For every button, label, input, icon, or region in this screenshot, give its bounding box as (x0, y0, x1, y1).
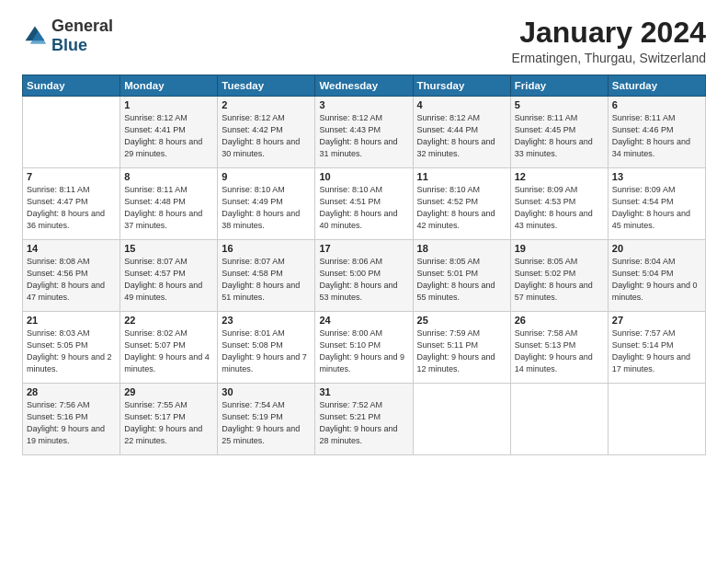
calendar-cell-w2d6: 20Sunrise: 8:04 AMSunset: 5:04 PMDayligh… (608, 240, 705, 312)
calendar-row-0: 1Sunrise: 8:12 AMSunset: 4:41 PMDaylight… (23, 97, 706, 168)
cell-info: Sunrise: 8:07 AMSunset: 4:58 PMDaylight:… (222, 256, 311, 304)
calendar-cell-w4d5 (510, 384, 608, 455)
day-number: 6 (612, 99, 701, 110)
calendar-cell-w2d2: 16Sunrise: 8:07 AMSunset: 4:58 PMDayligh… (218, 240, 315, 312)
cell-info: Sunrise: 7:59 AMSunset: 5:11 PMDaylight:… (417, 327, 506, 375)
calendar-cell-w2d1: 15Sunrise: 8:07 AMSunset: 4:57 PMDayligh… (120, 240, 218, 312)
cell-info: Sunrise: 8:11 AMSunset: 4:48 PMDaylight:… (124, 184, 213, 232)
cell-info: Sunrise: 8:10 AMSunset: 4:51 PMDaylight:… (319, 184, 408, 232)
cell-info: Sunrise: 8:05 AMSunset: 5:02 PMDaylight:… (515, 256, 604, 304)
cell-info: Sunrise: 8:01 AMSunset: 5:08 PMDaylight:… (222, 327, 311, 375)
cell-info: Sunrise: 7:54 AMSunset: 5:19 PMDaylight:… (222, 399, 311, 447)
cell-info: Sunrise: 7:52 AMSunset: 5:21 PMDaylight:… (319, 399, 408, 447)
header: General Blue January 2024 Ermatingen, Th… (22, 17, 706, 65)
day-number: 25 (417, 315, 506, 326)
calendar-cell-w3d1: 22Sunrise: 8:02 AMSunset: 5:07 PMDayligh… (120, 312, 218, 384)
cell-info: Sunrise: 8:09 AMSunset: 4:54 PMDaylight:… (612, 184, 701, 232)
calendar-cell-w4d6 (608, 384, 705, 455)
cell-info: Sunrise: 7:58 AMSunset: 5:13 PMDaylight:… (515, 327, 604, 375)
cell-info: Sunrise: 8:00 AMSunset: 5:10 PMDaylight:… (319, 327, 408, 375)
day-number: 2 (222, 99, 311, 110)
month-title: January 2024 (512, 17, 706, 49)
day-number: 4 (417, 99, 506, 110)
day-number: 23 (222, 315, 311, 326)
calendar-cell-w2d4: 18Sunrise: 8:05 AMSunset: 5:01 PMDayligh… (413, 240, 510, 312)
col-sunday: Sunday (23, 75, 120, 97)
logo-general-text: General (51, 17, 113, 35)
cell-info: Sunrise: 8:10 AMSunset: 4:49 PMDaylight:… (222, 184, 311, 232)
cell-info: Sunrise: 8:12 AMSunset: 4:43 PMDaylight:… (319, 112, 408, 160)
day-number: 11 (417, 171, 506, 182)
day-number: 31 (319, 386, 408, 397)
col-monday: Monday (120, 75, 218, 97)
day-number: 14 (27, 243, 116, 254)
cell-info: Sunrise: 8:12 AMSunset: 4:42 PMDaylight:… (222, 112, 311, 160)
cell-info: Sunrise: 8:07 AMSunset: 4:57 PMDaylight:… (124, 256, 213, 304)
calendar-row-4: 28Sunrise: 7:56 AMSunset: 5:16 PMDayligh… (23, 384, 706, 455)
calendar-cell-w1d6: 13Sunrise: 8:09 AMSunset: 4:54 PMDayligh… (608, 168, 705, 240)
day-number: 8 (124, 171, 213, 182)
day-number: 10 (319, 171, 408, 182)
location-title: Ermatingen, Thurgau, Switzerland (512, 51, 706, 65)
logo-icon (22, 23, 48, 49)
calendar-cell-w3d6: 27Sunrise: 7:57 AMSunset: 5:14 PMDayligh… (608, 312, 705, 384)
calendar-cell-w3d0: 21Sunrise: 8:03 AMSunset: 5:05 PMDayligh… (23, 312, 120, 384)
calendar-cell-w1d0: 7Sunrise: 8:11 AMSunset: 4:47 PMDaylight… (23, 168, 120, 240)
day-number: 21 (27, 315, 116, 326)
col-wednesday: Wednesday (315, 75, 413, 97)
cell-info: Sunrise: 8:08 AMSunset: 4:56 PMDaylight:… (27, 256, 116, 304)
cell-info: Sunrise: 8:05 AMSunset: 5:01 PMDaylight:… (417, 256, 506, 304)
day-number: 27 (612, 315, 701, 326)
cell-info: Sunrise: 8:09 AMSunset: 4:53 PMDaylight:… (515, 184, 604, 232)
day-number: 3 (319, 99, 408, 110)
day-number: 18 (417, 243, 506, 254)
day-number: 30 (222, 386, 311, 397)
day-number: 7 (27, 171, 116, 182)
day-number: 5 (515, 99, 604, 110)
calendar-cell-w2d3: 17Sunrise: 8:06 AMSunset: 5:00 PMDayligh… (315, 240, 413, 312)
day-number: 17 (319, 243, 408, 254)
calendar-row-1: 7Sunrise: 8:11 AMSunset: 4:47 PMDaylight… (23, 168, 706, 240)
cell-info: Sunrise: 8:10 AMSunset: 4:52 PMDaylight:… (417, 184, 506, 232)
cell-info: Sunrise: 8:04 AMSunset: 5:04 PMDaylight:… (612, 256, 701, 304)
day-number: 20 (612, 243, 701, 254)
calendar-cell-w4d3: 31Sunrise: 7:52 AMSunset: 5:21 PMDayligh… (315, 384, 413, 455)
day-number: 22 (124, 315, 213, 326)
day-number: 24 (319, 315, 408, 326)
calendar-table: Sunday Monday Tuesday Wednesday Thursday… (22, 75, 706, 455)
day-number: 26 (515, 315, 604, 326)
calendar-row-3: 21Sunrise: 8:03 AMSunset: 5:05 PMDayligh… (23, 312, 706, 384)
col-saturday: Saturday (608, 75, 705, 97)
day-number: 13 (612, 171, 701, 182)
cell-info: Sunrise: 7:55 AMSunset: 5:17 PMDaylight:… (124, 399, 213, 447)
day-number: 16 (222, 243, 311, 254)
col-friday: Friday (510, 75, 608, 97)
calendar-cell-w0d2: 2Sunrise: 8:12 AMSunset: 4:42 PMDaylight… (218, 97, 315, 168)
day-number: 29 (124, 386, 213, 397)
calendar-row-2: 14Sunrise: 8:08 AMSunset: 4:56 PMDayligh… (23, 240, 706, 312)
cell-info: Sunrise: 8:12 AMSunset: 4:41 PMDaylight:… (124, 112, 213, 160)
calendar-cell-w1d1: 8Sunrise: 8:11 AMSunset: 4:48 PMDaylight… (120, 168, 218, 240)
day-number: 1 (124, 99, 213, 110)
calendar-cell-w1d2: 9Sunrise: 8:10 AMSunset: 4:49 PMDaylight… (218, 168, 315, 240)
calendar-cell-w2d0: 14Sunrise: 8:08 AMSunset: 4:56 PMDayligh… (23, 240, 120, 312)
calendar-cell-w0d0 (23, 97, 120, 168)
calendar-cell-w3d3: 24Sunrise: 8:00 AMSunset: 5:10 PMDayligh… (315, 312, 413, 384)
calendar-cell-w0d5: 5Sunrise: 8:11 AMSunset: 4:45 PMDaylight… (510, 97, 608, 168)
cell-info: Sunrise: 8:11 AMSunset: 4:45 PMDaylight:… (515, 112, 604, 160)
logo-blue-text: Blue (51, 36, 87, 54)
calendar-cell-w0d1: 1Sunrise: 8:12 AMSunset: 4:41 PMDaylight… (120, 97, 218, 168)
day-number: 15 (124, 243, 213, 254)
calendar-cell-w4d0: 28Sunrise: 7:56 AMSunset: 5:16 PMDayligh… (23, 384, 120, 455)
calendar-cell-w0d3: 3Sunrise: 8:12 AMSunset: 4:43 PMDaylight… (315, 97, 413, 168)
cell-info: Sunrise: 8:11 AMSunset: 4:47 PMDaylight:… (27, 184, 116, 232)
calendar-cell-w0d6: 6Sunrise: 8:11 AMSunset: 4:46 PMDaylight… (608, 97, 705, 168)
col-tuesday: Tuesday (218, 75, 315, 97)
calendar-cell-w1d3: 10Sunrise: 8:10 AMSunset: 4:51 PMDayligh… (315, 168, 413, 240)
calendar-cell-w4d2: 30Sunrise: 7:54 AMSunset: 5:19 PMDayligh… (218, 384, 315, 455)
logo: General Blue (22, 17, 113, 55)
calendar-cell-w4d4 (413, 384, 510, 455)
calendar-cell-w3d2: 23Sunrise: 8:01 AMSunset: 5:08 PMDayligh… (218, 312, 315, 384)
day-number: 12 (515, 171, 604, 182)
cell-info: Sunrise: 8:03 AMSunset: 5:05 PMDaylight:… (27, 327, 116, 375)
